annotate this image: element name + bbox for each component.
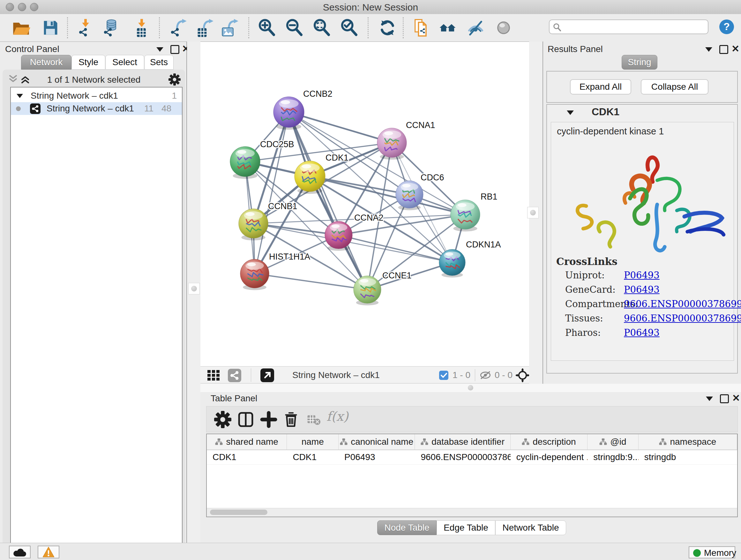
open-in-window-icon[interactable] (260, 368, 274, 382)
preview-eye-icon[interactable] (494, 18, 513, 37)
delete-table-icon[interactable] (306, 411, 321, 428)
network-collection-row[interactable]: String Network – cdk1 1 (11, 89, 182, 102)
network-node-CCNB1[interactable]: CCNB1 (239, 201, 297, 240)
results-panel-close-icon[interactable]: ✕ (731, 45, 739, 53)
help-icon[interactable]: ? (719, 19, 735, 35)
column-header-canonical-name[interactable]: canonical name (339, 434, 415, 449)
export-network-icon[interactable] (169, 18, 188, 37)
results-panel-float-icon[interactable] (719, 45, 728, 54)
table-horizontal-scrollbar[interactable] (207, 508, 737, 516)
zoom-fit-icon[interactable] (312, 18, 331, 37)
table-cell[interactable]: stringdb (638, 450, 737, 464)
first-neighbors-icon[interactable] (438, 18, 457, 37)
open-session-icon[interactable] (11, 18, 30, 37)
import-table-from-file-icon[interactable] (132, 18, 151, 37)
table-cell[interactable]: P06493 (339, 450, 415, 464)
control-panel-collapse-icon[interactable] (156, 47, 163, 52)
export-image-icon[interactable] (220, 18, 239, 37)
hidden-eye-slash-icon[interactable] (479, 371, 491, 380)
import-network-from-database-icon[interactable] (102, 18, 121, 37)
horizontal-splitter[interactable] (200, 384, 741, 392)
crosslink-link[interactable]: P06493 (624, 284, 660, 295)
show-columns-icon[interactable] (237, 411, 254, 428)
column-header-shared-name[interactable]: shared name (207, 434, 287, 449)
warnings-button[interactable] (38, 546, 59, 558)
table-cell[interactable]: 9606.ENSP00000378699 (415, 450, 510, 464)
tab-node-table[interactable]: Node Table (377, 520, 436, 535)
table-panel-float-icon[interactable] (720, 394, 729, 403)
delete-column-trash-icon[interactable] (282, 411, 300, 428)
table-cell[interactable]: cyclin-dependent ... (511, 450, 588, 464)
copy-document-icon[interactable] (412, 18, 431, 37)
fit-selected-crosshair-icon[interactable] (516, 368, 529, 382)
left-panel-splitter[interactable] (187, 42, 200, 543)
memory-button[interactable]: Memory (689, 546, 735, 558)
hierarchy-icon (215, 438, 223, 446)
status-bar: Memory (0, 543, 741, 560)
network-node-CCNE1[interactable]: CCNE1 (354, 271, 412, 305)
network-node-CCNB2[interactable]: CCNB2 (273, 89, 333, 130)
collection-expand-caret[interactable] (17, 94, 23, 98)
table-cell[interactable]: stringdb:9... (588, 450, 638, 464)
zoom-in-icon[interactable] (257, 18, 276, 37)
tab-string[interactable]: String (622, 55, 657, 70)
tab-sets[interactable]: Sets (144, 55, 174, 70)
tab-style[interactable]: Style (71, 55, 105, 70)
column-header-description[interactable]: description (511, 434, 588, 449)
network-options-gear-icon[interactable] (169, 73, 181, 85)
network-status-dot (16, 106, 21, 111)
create-column-plus-icon[interactable] (260, 411, 277, 428)
crosslink-link[interactable]: P06493 (624, 327, 660, 338)
search-input[interactable] (549, 19, 709, 34)
network-node-CCNA1[interactable]: CCNA1 (377, 120, 435, 160)
network-node-label: CCNB2 (303, 89, 333, 99)
refresh-icon[interactable] (378, 18, 397, 37)
horizontal-splitter-handle[interactable] (468, 385, 473, 390)
network-canvas[interactable]: CCNB2CCNA1CDC25BCDK1CDC6RB1CCNB1CCNA2CDK… (200, 42, 529, 366)
crosslink-link[interactable]: 9606.ENSP00000378699 (624, 299, 741, 309)
table-row[interactable]: CDK1CDK1P064939606.ENSP00000378699cyclin… (207, 450, 737, 464)
crosslink-label: Pharos: (565, 327, 601, 338)
table-panel-close-icon[interactable]: ✕ (732, 394, 740, 402)
table-panel-collapse-icon[interactable] (706, 396, 713, 401)
tab-edge-table[interactable]: Edge Table (436, 520, 495, 535)
save-session-icon[interactable] (41, 18, 60, 37)
table-cell[interactable]: CDK1 (207, 450, 287, 464)
crosslink-link[interactable]: 9606.ENSP00000378699 (624, 313, 741, 324)
import-network-from-file-icon[interactable] (76, 18, 95, 37)
show-graphics-details-icon[interactable] (466, 18, 485, 37)
function-builder-icon[interactable]: f(x) (327, 409, 348, 424)
network-node-CDKN1A[interactable]: CDKN1A (439, 240, 501, 277)
column-header-database-identifier[interactable]: database identifier (415, 434, 510, 449)
results-panel-collapse-icon[interactable] (705, 47, 712, 52)
network-node-HIST1H1A[interactable]: HIST1H1A (240, 252, 310, 290)
selected-checkbox-icon[interactable] (439, 371, 448, 380)
table-cell[interactable]: CDK1 (287, 450, 339, 464)
collapse-all-button[interactable]: Collapse All (641, 79, 709, 95)
control-panel-float-icon[interactable] (171, 45, 179, 54)
protein-section-collapse-caret[interactable] (567, 111, 574, 115)
network-share-chip-icon[interactable] (228, 369, 241, 382)
zoom-out-icon[interactable] (285, 18, 304, 37)
column-header-namespace[interactable]: namespace (638, 434, 737, 449)
zoom-selected-icon[interactable] (340, 18, 359, 37)
scrollbar-thumb[interactable] (210, 509, 267, 515)
control-panel-title: Control Panel (5, 44, 59, 54)
network-row-selected[interactable]: String Network – cdk1 11 48 (11, 102, 182, 115)
left-splitter-handle[interactable] (188, 283, 200, 294)
export-table-icon[interactable] (195, 18, 214, 37)
network-edge-HIST1H1A-CCNE1 (255, 273, 367, 290)
tab-network[interactable]: Network (21, 55, 71, 70)
expand-all-button[interactable]: Expand All (570, 79, 631, 95)
selected-node-edge-counts: 1 - 0 (453, 367, 470, 384)
birdseye-grid-icon[interactable] (207, 370, 222, 381)
network-node-RB1[interactable]: RB1 (451, 192, 497, 232)
table-options-gear-icon[interactable] (214, 411, 231, 428)
cloud-status-button[interactable] (9, 546, 30, 558)
right-splitter-handle[interactable] (527, 207, 539, 219)
tab-select[interactable]: Select (105, 55, 144, 70)
column-header-name[interactable]: name (287, 434, 339, 449)
tab-network-table[interactable]: Network Table (495, 520, 566, 535)
column-header--id[interactable]: @id (588, 434, 638, 449)
crosslink-link[interactable]: P06493 (624, 270, 660, 281)
